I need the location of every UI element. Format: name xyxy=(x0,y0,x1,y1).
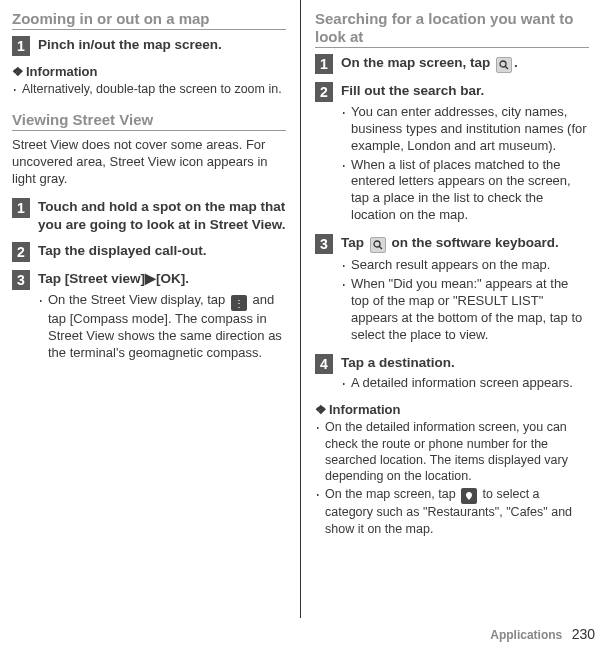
step: 1 On the map screen, tap . xyxy=(315,54,589,74)
step: 3 Tap [Street view]▶[OK]. ･ On the Stree… xyxy=(12,270,286,364)
step: 2 Tap the displayed call-out. xyxy=(12,242,286,262)
step-number: 4 xyxy=(315,354,333,374)
step-title: On the map screen, tap . xyxy=(341,55,518,70)
bullet: ･ When a list of places matched to the e… xyxy=(341,157,589,225)
info-bullet: ･ Alternatively, double-tap the screen t… xyxy=(12,81,286,97)
footer: Applications 230 xyxy=(490,626,595,642)
step-title: Tap the displayed call-out. xyxy=(38,243,207,258)
step: 4 Tap a destination. ･ A detailed inform… xyxy=(315,354,589,395)
info-bullet: ･ On the detailed information screen, yo… xyxy=(315,419,589,484)
section-title-zoom: Zooming in or out on a map xyxy=(12,10,286,30)
step: 3 Tap on the software keyboard. ･ Search… xyxy=(315,234,589,345)
right-column: Searching for a location you want to loo… xyxy=(301,0,597,618)
step-number: 1 xyxy=(12,36,30,56)
svg-line-1 xyxy=(505,66,508,69)
search-icon xyxy=(496,57,512,73)
information-heading: Information xyxy=(315,402,589,417)
bullet: ･ On the Street View display, tap ⋮ and … xyxy=(38,292,286,362)
step-title: Tap a destination. xyxy=(341,355,455,370)
page-number: 230 xyxy=(572,626,595,642)
step-number: 2 xyxy=(12,242,30,262)
step-number: 2 xyxy=(315,82,333,102)
svg-line-3 xyxy=(379,246,382,249)
step-title: Fill out the search bar. xyxy=(341,83,484,98)
section-title-search: Searching for a location you want to loo… xyxy=(315,10,589,48)
step-title: Tap [Street view]▶[OK]. xyxy=(38,271,189,286)
bullet: ･ A detailed information screen appears. xyxy=(341,375,589,392)
step: 1 Touch and hold a spot on the map that … xyxy=(12,198,286,234)
places-icon xyxy=(461,488,477,504)
bullet: ･ Search result appears on the map. xyxy=(341,257,589,274)
step: 1 Pinch in/out the map screen. xyxy=(12,36,286,56)
step-title: Tap on the software keyboard. xyxy=(341,235,559,250)
menu-icon: ⋮ xyxy=(231,295,247,311)
footer-section-label: Applications xyxy=(490,628,562,642)
information-heading: Information xyxy=(12,64,286,79)
step: 2 Fill out the search bar. ･ You can ent… xyxy=(315,82,589,226)
bullet: ･ When "Did you mean:" appears at the to… xyxy=(341,276,589,344)
svg-point-0 xyxy=(500,61,506,67)
step-number: 1 xyxy=(12,198,30,218)
search-go-icon xyxy=(370,237,386,253)
left-column: Zooming in or out on a map 1 Pinch in/ou… xyxy=(4,0,301,618)
step-number: 3 xyxy=(12,270,30,290)
svg-point-2 xyxy=(374,241,380,247)
step-title: Touch and hold a spot on the map that yo… xyxy=(38,199,286,232)
info-bullet: ･ On the map screen, tap to select a cat… xyxy=(315,486,589,537)
bullet: ･ You can enter addresses, city names, b… xyxy=(341,104,589,155)
section-title-streetview: Viewing Street View xyxy=(12,111,286,131)
step-title: Pinch in/out the map screen. xyxy=(38,37,222,52)
step-number: 3 xyxy=(315,234,333,254)
step-number: 1 xyxy=(315,54,333,74)
page: Zooming in or out on a map 1 Pinch in/ou… xyxy=(0,0,609,618)
section-note: Street View does not cover some areas. F… xyxy=(12,137,286,188)
